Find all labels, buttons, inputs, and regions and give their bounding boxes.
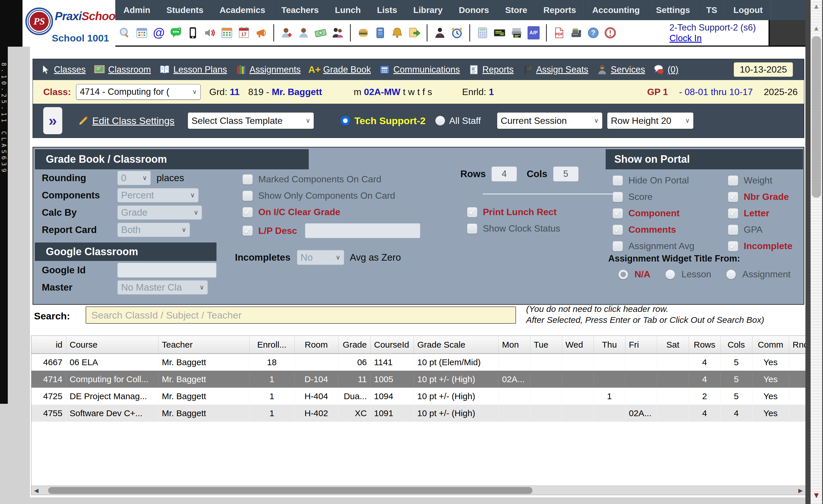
cell-rows[interactable]: 4 bbox=[689, 354, 720, 370]
check-card-icon[interactable] bbox=[493, 26, 506, 39]
time-clock-icon[interactable] bbox=[450, 26, 464, 39]
bell-icon[interactable] bbox=[390, 26, 404, 39]
column-header-teacher[interactable]: Teacher bbox=[158, 336, 250, 354]
column-header-enroll[interactable]: Enroll... bbox=[250, 336, 294, 354]
cell-gradescale[interactable]: 10 pt +/- (High) bbox=[414, 370, 498, 388]
column-header-wed[interactable]: Wed bbox=[562, 336, 594, 354]
sub-nav-reports[interactable]: Reports bbox=[468, 64, 514, 76]
edit-class-settings-link[interactable]: Edit Class Settings bbox=[77, 114, 174, 127]
cell-comm[interactable]: Yes bbox=[752, 370, 789, 388]
top-nav-settings[interactable]: Settings bbox=[648, 0, 698, 20]
cash-register-icon[interactable] bbox=[569, 26, 583, 39]
cell-sat[interactable] bbox=[657, 354, 689, 370]
cell-fri[interactable] bbox=[625, 370, 657, 388]
lunch-burger-icon[interactable] bbox=[357, 26, 370, 39]
column-header-tue[interactable]: Tue bbox=[530, 336, 562, 354]
cell-mon[interactable] bbox=[498, 388, 530, 405]
components-select[interactable]: Percent∨ bbox=[117, 188, 199, 203]
top-nav-ts[interactable]: TS bbox=[698, 0, 725, 20]
table-row-4667[interactable]: 466706 ELAMr. Baggett1806114110 pt (Elem… bbox=[31, 354, 806, 370]
cell-thu[interactable] bbox=[594, 370, 625, 388]
gpa-checkbox[interactable] bbox=[728, 225, 738, 235]
top-nav-reports[interactable]: Reports bbox=[535, 0, 584, 20]
cell-id[interactable]: 4725 bbox=[31, 388, 66, 405]
cell-enroll[interactable]: 1 bbox=[250, 405, 294, 422]
pdf-report-icon[interactable]: PDF bbox=[552, 26, 566, 39]
cell-mon[interactable] bbox=[498, 405, 530, 422]
scroll-down-icon[interactable]: ▼ bbox=[811, 491, 822, 500]
cell-courseid[interactable]: 1094 bbox=[370, 388, 414, 405]
cell-grade[interactable]: XC bbox=[338, 405, 370, 422]
export-data-icon[interactable] bbox=[407, 26, 421, 39]
incomplete-checkbox[interactable] bbox=[728, 241, 738, 251]
cell-wed[interactable] bbox=[562, 370, 594, 388]
sub-nav-classroom[interactable]: Classroom bbox=[94, 64, 151, 76]
lesson-radio[interactable] bbox=[665, 270, 675, 279]
sub-nav-assignments[interactable]: Assignments bbox=[235, 64, 301, 76]
current-date-box[interactable]: 10-13-2025 bbox=[733, 62, 793, 77]
tech-support-radio[interactable] bbox=[340, 116, 350, 125]
row-height-select[interactable]: Row Height 20∨ bbox=[607, 112, 693, 129]
top-nav-academics[interactable]: Academics bbox=[211, 0, 273, 20]
horizontal-scrollbar[interactable]: ◀ ▶ bbox=[31, 486, 805, 495]
cell-wed[interactable] bbox=[562, 388, 594, 405]
vertical-scrollbar[interactable]: ▲ ▲ ▼ bbox=[805, 0, 823, 504]
cell-rnd[interactable] bbox=[789, 370, 806, 388]
cell-cols[interactable]: 5 bbox=[720, 370, 752, 388]
column-header-fri[interactable]: Fri bbox=[625, 336, 657, 354]
speaker-announce-icon[interactable] bbox=[203, 26, 216, 39]
cell-sat[interactable] bbox=[657, 405, 689, 422]
cell-grade[interactable]: 06 bbox=[338, 354, 370, 370]
cell-tue[interactable] bbox=[530, 370, 562, 388]
cell-cols[interactable]: 5 bbox=[720, 354, 752, 370]
sub-nav-grade-book[interactable]: A+Grade Book bbox=[308, 64, 371, 76]
cell-tue[interactable] bbox=[530, 388, 562, 405]
rounding-select[interactable]: 0∨ bbox=[117, 171, 151, 185]
mobile-phone-icon[interactable] bbox=[186, 26, 199, 39]
megaphone-icon[interactable] bbox=[254, 26, 268, 39]
accounts-payable-icon[interactable]: A/P bbox=[527, 26, 540, 39]
cell-rows[interactable]: 2 bbox=[689, 388, 720, 405]
top-nav-donors[interactable]: Donors bbox=[451, 0, 497, 20]
money-icon[interactable] bbox=[314, 26, 327, 39]
cell-courseid[interactable]: 1091 bbox=[370, 405, 414, 422]
cell-room[interactable]: H-404 bbox=[294, 388, 338, 405]
sub-nav-assign-seats[interactable]: Assign Seats bbox=[521, 64, 588, 76]
expand-button[interactable]: » bbox=[43, 107, 62, 134]
cell-courseid[interactable]: 1141 bbox=[370, 354, 414, 370]
cell-gradescale[interactable]: 10 pt +/- (High) bbox=[414, 388, 498, 405]
cell-sat[interactable] bbox=[657, 370, 689, 388]
class-template-select[interactable]: Select Class Template∨ bbox=[188, 112, 314, 129]
score-checkbox[interactable] bbox=[613, 192, 623, 202]
component-checkbox[interactable] bbox=[613, 208, 623, 219]
cell-thu[interactable] bbox=[594, 354, 625, 370]
master-class-select[interactable]: No Master Cla∨ bbox=[117, 280, 208, 295]
cell-tue[interactable] bbox=[530, 405, 562, 422]
cell-fri[interactable] bbox=[625, 388, 657, 405]
cell-courseid[interactable]: 1005 bbox=[370, 370, 414, 388]
hide-on-portal-checkbox[interactable] bbox=[613, 175, 623, 186]
cell-course[interactable]: Computing for Coll... bbox=[66, 370, 158, 388]
cell-gradescale[interactable]: 10 pt +/- (High) bbox=[414, 405, 498, 422]
lp-desc-input[interactable] bbox=[305, 223, 420, 238]
column-header-comm[interactable]: Comm bbox=[752, 336, 789, 354]
on-i-c-clear-grade-checkbox[interactable] bbox=[242, 207, 253, 217]
scroll-right-icon[interactable]: ▶ bbox=[796, 487, 805, 494]
top-nav-accounting[interactable]: Accounting bbox=[584, 0, 648, 20]
cell-mon[interactable] bbox=[498, 354, 530, 370]
top-nav-lunch[interactable]: Lunch bbox=[327, 0, 369, 20]
sub-nav-communications[interactable]: Communications bbox=[378, 64, 460, 76]
sub-nav-0[interactable]: (0) bbox=[653, 64, 679, 76]
vertical-scroll-thumb[interactable] bbox=[812, 36, 821, 198]
cell-wed[interactable] bbox=[562, 405, 594, 422]
l-p-desc-checkbox[interactable] bbox=[242, 226, 253, 236]
scroll-up-icon[interactable]: ▲ bbox=[811, 2, 822, 10]
class-select[interactable]: 4714 - Computing for (∨ bbox=[76, 84, 201, 100]
cell-rnd[interactable] bbox=[789, 388, 806, 405]
horizontal-scroll-thumb[interactable] bbox=[48, 487, 532, 494]
cell-thu[interactable] bbox=[594, 405, 625, 422]
calendar-grid-icon[interactable] bbox=[135, 26, 148, 39]
sub-nav-classes[interactable]: Classes bbox=[39, 64, 86, 76]
top-nav-library[interactable]: Library bbox=[405, 0, 451, 20]
sub-nav-lesson-plans[interactable]: Lesson Plans bbox=[159, 64, 227, 76]
